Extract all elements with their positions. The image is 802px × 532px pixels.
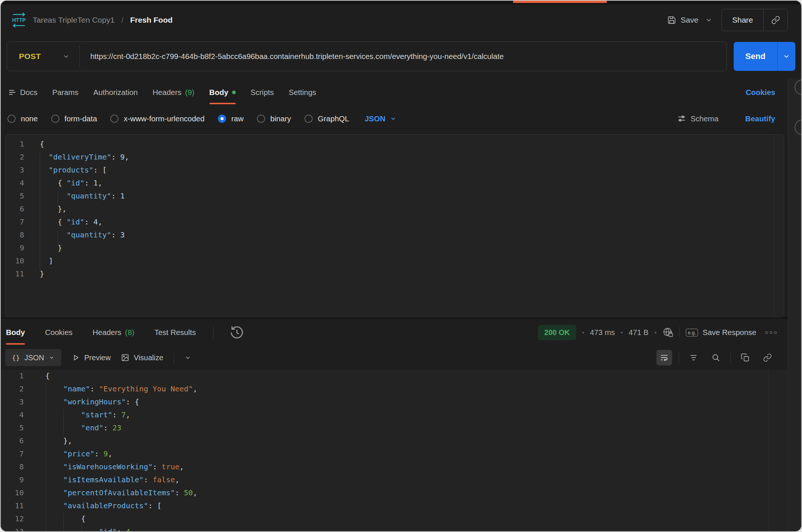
save-response-button[interactable]: e.g. Save Response (686, 328, 756, 337)
line-number: 1 (1, 370, 24, 382)
share-response-link-button[interactable] (760, 350, 775, 365)
tab-docs[interactable]: Docs (8, 79, 38, 105)
body-type-bar: none form-data x-www-form-urlencoded raw… (1, 107, 801, 131)
response-toolbar-right (656, 350, 775, 365)
response-meta: 200 OK 473 ms 471 B e.g. Save Response (538, 325, 777, 340)
response-time[interactable]: 473 ms (590, 328, 615, 337)
body-type-none[interactable]: none (7, 114, 38, 123)
request-tabs: Docs Params Authorization Headers (9) Bo… (1, 79, 801, 105)
filter-icon (689, 353, 698, 362)
response-body-viewer[interactable]: 1{2 "name": "Everything You Need",3 "wor… (1, 370, 790, 532)
indent-guide (63, 512, 64, 532)
raw-language-select[interactable]: JSON (365, 114, 397, 123)
word-wrap-icon (660, 353, 669, 362)
schema-sliders-icon (677, 114, 686, 123)
response-tab-test-results[interactable]: Test Results (154, 319, 196, 346)
status-badge[interactable]: 200 OK (538, 325, 576, 340)
breadcrumb-request-name[interactable]: Fresh Food (130, 16, 172, 24)
link-icon (763, 353, 772, 362)
line-number: 7 (6, 216, 24, 229)
response-history-button[interactable] (229, 325, 245, 340)
code-line: 4 "start": 7, (1, 408, 789, 421)
right-sidebar-rail (788, 78, 801, 531)
view-options-chevron-icon[interactable] (185, 354, 191, 361)
line-number: 4 (6, 177, 24, 190)
line-number: 8 (1, 460, 24, 473)
body-type-graphql[interactable]: GraphQL (304, 114, 349, 123)
docs-icon (8, 88, 16, 96)
url-box: POST https://cnt-0d218b2c-c799-464b-b8f2… (7, 42, 727, 71)
send-options-chevron-icon[interactable] (777, 42, 795, 71)
response-scrollbar-track[interactable] (769, 370, 769, 532)
indent-guide (81, 525, 82, 532)
line-number: 8 (6, 229, 24, 242)
rail-button-partial[interactable] (795, 119, 802, 135)
beautify-button[interactable]: Beautify (745, 114, 775, 123)
tab-authorization[interactable]: Authorization (93, 79, 138, 105)
code-line: 9 } (6, 242, 784, 254)
chevron-down-icon (390, 115, 397, 122)
response-format-select[interactable]: {} JSON (5, 349, 61, 366)
share-button[interactable]: Share (722, 16, 763, 24)
http-request-icon: HTTP (10, 12, 27, 28)
indent-guide (40, 154, 40, 270)
save-button[interactable]: Save (667, 16, 713, 24)
more-options-icon[interactable] (765, 331, 777, 334)
tab-settings[interactable]: Settings (289, 79, 316, 105)
body-type-binary[interactable]: binary (257, 114, 291, 123)
code-line: 1{ (6, 138, 784, 151)
app-window: HTTP Tareas TripleTen Copy1 / Fresh Food… (0, 0, 802, 532)
dot-separator (655, 332, 656, 334)
cookies-link[interactable]: Cookies (746, 88, 775, 97)
response-tab-cookies[interactable]: Cookies (45, 319, 72, 346)
line-number: 10 (6, 254, 24, 267)
schema-button[interactable]: Schema (677, 114, 718, 123)
response-tab-body[interactable]: Body (6, 319, 25, 346)
divider (679, 327, 680, 338)
line-number: 11 (6, 267, 24, 280)
top-strip (1, 1, 801, 4)
rail-button-partial[interactable] (795, 79, 802, 95)
code-line: 11} (6, 267, 784, 280)
editor-scrollbar-track[interactable] (774, 135, 774, 316)
response-tab-headers[interactable]: Headers (8) (92, 319, 134, 346)
method-chevron-icon[interactable] (41, 53, 79, 60)
copy-link-button[interactable] (763, 9, 788, 31)
code-line: 12 { (1, 512, 789, 525)
filter-button[interactable] (686, 350, 701, 365)
request-body-editor[interactable]: 1{2 "deliveryTime": 9,3 "products": [4 {… (5, 134, 784, 317)
indent-guide (58, 231, 58, 244)
response-size[interactable]: 471 B (629, 328, 649, 337)
copy-button[interactable] (737, 350, 753, 365)
save-options-chevron-icon[interactable] (705, 16, 713, 24)
tab-body[interactable]: Body (209, 79, 236, 105)
divider (730, 352, 731, 363)
search-button[interactable] (708, 350, 724, 365)
visualize-icon (121, 354, 129, 362)
method-selector[interactable]: POST (7, 52, 41, 61)
tab-scripts[interactable]: Scripts (251, 79, 274, 105)
preview-button[interactable]: Preview (72, 354, 111, 362)
code-line: 7 { "id": 4, (6, 216, 784, 229)
url-input[interactable]: https://cnt-0d218b2c-c799-464b-b8f2-5abc… (80, 52, 514, 61)
tab-params[interactable]: Params (52, 79, 79, 105)
tab-headers[interactable]: Headers (9) (153, 79, 195, 105)
visualize-button[interactable]: Visualize (121, 354, 163, 362)
svg-text:HTTP: HTTP (12, 17, 26, 23)
network-info-icon[interactable] (662, 327, 674, 338)
breadcrumb-collection[interactable]: Tareas TripleTen Copy1 (33, 16, 115, 24)
breadcrumb-separator: / (121, 16, 124, 24)
line-number: 3 (1, 395, 24, 408)
wrap-lines-button[interactable] (656, 350, 672, 365)
body-type-form-data[interactable]: form-data (51, 114, 97, 123)
send-button[interactable]: Send (734, 42, 777, 71)
body-type-raw[interactable]: raw (218, 114, 244, 123)
code-line: 5 "end": 23 (1, 421, 789, 434)
code-line: 7 "price": 9, (1, 447, 789, 460)
topbar-actions: Save Share (667, 9, 788, 31)
line-number: 2 (1, 382, 24, 395)
code-line: 10 ] (6, 254, 784, 267)
line-number: 9 (1, 473, 24, 486)
headers-count-badge: (9) (185, 88, 195, 97)
body-type-urlencoded[interactable]: x-www-form-urlencoded (110, 114, 205, 123)
